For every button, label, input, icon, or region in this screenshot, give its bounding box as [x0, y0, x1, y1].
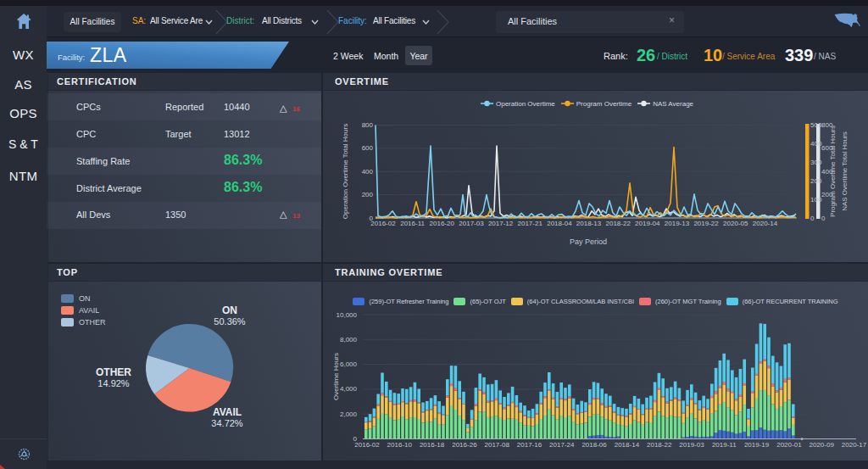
svg-text:2016-18: 2016-18	[420, 441, 445, 449]
svg-text:6,000: 6,000	[340, 360, 358, 368]
svg-text:2018-06: 2018-06	[581, 441, 607, 449]
svg-text:2020-17: 2020-17	[842, 441, 867, 449]
svg-text:2016-02: 2016-02	[354, 441, 380, 449]
svg-text:8,000: 8,000	[340, 336, 358, 343]
svg-text:2017-16: 2017-16	[517, 441, 542, 449]
svg-text:Overtime Hours: Overtime Hours	[332, 353, 340, 400]
svg-text:2018-14: 2018-14	[615, 441, 640, 449]
svg-text:2016-10: 2016-10	[387, 441, 413, 449]
svg-text:4,000: 4,000	[340, 385, 358, 393]
svg-text:2016-26: 2016-26	[452, 441, 477, 449]
svg-text:2018-22: 2018-22	[647, 441, 672, 449]
svg-text:2017-08: 2017-08	[485, 441, 510, 449]
svg-text:2019-19: 2019-19	[744, 441, 770, 449]
svg-text:2019-03: 2019-03	[679, 441, 704, 449]
svg-text:2020-01: 2020-01	[776, 441, 802, 449]
svg-text:2017-24: 2017-24	[549, 441, 575, 449]
svg-text:10,000: 10,000	[337, 311, 358, 319]
svg-text:2,000: 2,000	[340, 410, 358, 418]
svg-text:2020-09: 2020-09	[810, 441, 835, 449]
svg-text:2019-11: 2019-11	[712, 441, 737, 449]
